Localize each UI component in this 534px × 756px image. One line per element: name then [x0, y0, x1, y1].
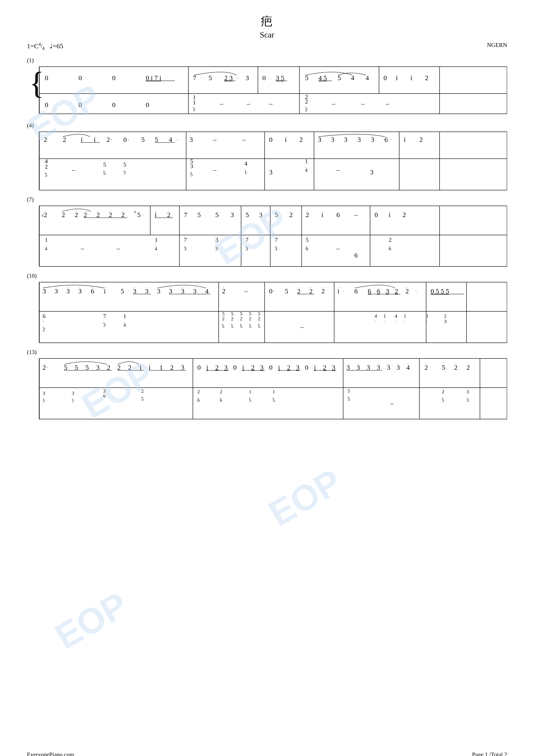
svg-text:3: 3: [367, 364, 370, 371]
svg-text:i: i: [94, 136, 95, 143]
svg-text:1: 1: [123, 313, 126, 319]
svg-text:5: 5: [249, 398, 251, 403]
svg-text:2: 2: [109, 211, 112, 218]
svg-text:7: 7: [184, 211, 187, 218]
svg-text:–: –: [386, 100, 389, 107]
svg-text:2: 2: [287, 364, 291, 371]
svg-text:5: 5: [442, 364, 445, 371]
svg-text:3: 3: [55, 287, 58, 295]
svg-text:4: 4: [155, 246, 157, 252]
svg-text:5: 5: [141, 397, 143, 402]
svg-text:0: 0: [384, 74, 387, 81]
svg-text:0: 0: [112, 101, 115, 108]
svg-text:3: 3: [259, 211, 263, 218]
svg-text:2: 2: [420, 136, 423, 143]
svg-text:3: 3: [231, 211, 234, 218]
svg-text:3: 3: [43, 287, 46, 295]
svg-text:·: ·: [237, 75, 239, 81]
svg-text:i: i: [389, 211, 391, 218]
svg-text:·: ·: [343, 288, 344, 294]
svg-text:1: 1: [160, 364, 163, 371]
svg-text:1: 1: [305, 158, 308, 165]
svg-text:1: 1: [244, 170, 247, 175]
svg-text:2: 2: [167, 211, 170, 218]
svg-text:·: ·: [43, 318, 44, 324]
svg-text:3: 3: [215, 237, 218, 243]
svg-text:–: –: [361, 100, 365, 107]
svg-text:7: 7: [103, 313, 106, 319]
title-area: 疤 Scar: [27, 14, 507, 40]
svg-text:i: i: [278, 364, 280, 371]
svg-text:3: 3: [78, 287, 82, 295]
svg-text:0 5 5 5: 0 5 5 5: [431, 287, 449, 295]
svg-text:5: 5: [249, 324, 251, 329]
svg-text:3: 3: [72, 390, 74, 396]
svg-text:0: 0: [123, 136, 127, 143]
svg-text:2: 2: [467, 364, 470, 371]
svg-text:2: 2: [128, 364, 131, 371]
svg-text:2: 2: [321, 287, 325, 295]
svg-text:4: 4: [205, 287, 209, 295]
svg-text:5: 5: [123, 161, 126, 168]
svg-text:3: 3: [358, 136, 361, 143]
svg-text:–: –: [390, 399, 394, 407]
svg-text:3: 3: [96, 364, 100, 371]
main-title: 疤: [27, 14, 507, 29]
svg-text:2: 2: [240, 316, 242, 321]
svg-text:·: ·: [128, 137, 129, 142]
tempo-info: 1=C4/4 ♩=65: [27, 42, 63, 51]
svg-text:2: 2: [309, 287, 313, 295]
svg-text:2: 2: [62, 211, 65, 218]
svg-text:6: 6: [197, 398, 200, 403]
score-svg: (1) { 0 0 0 0 i 7 i 7 5 2 3 · 3: [27, 55, 507, 751]
svg-text:3: 3: [260, 364, 264, 371]
svg-text:5: 5: [275, 211, 278, 218]
svg-text:3: 3: [467, 398, 469, 403]
svg-text:6: 6: [377, 287, 380, 295]
svg-text:3: 3: [371, 136, 374, 143]
svg-text:(13): (13): [27, 349, 37, 355]
svg-text:i: i: [155, 211, 157, 218]
svg-text:2: 2: [45, 163, 48, 170]
svg-text:3: 3: [269, 168, 272, 176]
svg-text:2: 2: [43, 327, 45, 332]
svg-text:2: 2: [299, 136, 303, 143]
svg-text:2: 2: [215, 364, 219, 371]
svg-text:5: 5: [442, 398, 444, 403]
svg-text:5: 5: [272, 398, 275, 403]
svg-text:·: ·: [142, 212, 143, 218]
svg-text:2: 2: [403, 211, 406, 218]
svg-text:6: 6: [389, 246, 391, 252]
svg-text:3: 3: [245, 74, 249, 81]
svg-text:·: ·: [384, 319, 385, 324]
svg-text:3: 3: [169, 287, 172, 295]
svg-text:5: 5: [155, 136, 158, 143]
svg-text:·: ·: [395, 319, 396, 324]
svg-text:i: i: [104, 287, 106, 295]
svg-text:i: i: [206, 364, 208, 371]
svg-text:–: –: [332, 100, 336, 107]
svg-text:3: 3: [370, 168, 373, 176]
svg-text:–: –: [116, 245, 120, 252]
svg-text:5: 5: [258, 324, 260, 329]
svg-text:3: 3: [396, 364, 400, 371]
svg-text:2: 2: [222, 316, 224, 321]
svg-text:2: 2: [84, 211, 87, 218]
svg-text:–: –: [213, 166, 216, 174]
svg-text:0: 0: [269, 136, 272, 143]
svg-text:(1): (1): [27, 57, 34, 64]
svg-text:4: 4: [366, 74, 369, 81]
svg-text:–: –: [244, 287, 248, 295]
svg-text:2: 2: [231, 316, 234, 321]
svg-text:0: 0: [79, 101, 82, 108]
svg-text:·: ·: [415, 288, 417, 294]
svg-text:1: 1: [272, 389, 275, 394]
svg-text:2: 2: [222, 287, 225, 295]
svg-text:7: 7: [123, 170, 126, 176]
svg-text:2: 2: [424, 364, 428, 371]
svg-text:0: 0: [374, 211, 378, 218]
svg-text:2: 2: [44, 136, 47, 143]
svg-text:0: 0: [269, 287, 272, 295]
svg-text:4: 4: [395, 313, 397, 319]
svg-text:5: 5: [103, 170, 106, 176]
